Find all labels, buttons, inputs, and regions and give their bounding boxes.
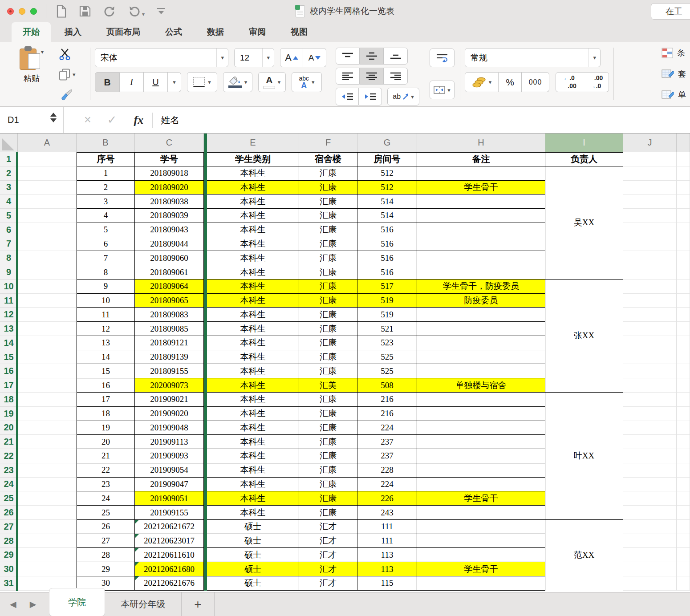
- cell-F21[interactable]: 汇康: [299, 435, 357, 449]
- prev-sheet-icon[interactable]: ◀: [10, 599, 16, 609]
- cell-F6[interactable]: 汇康: [299, 223, 357, 237]
- cell-F14[interactable]: 汇康: [299, 336, 357, 350]
- cell-K26[interactable]: [677, 506, 690, 520]
- cell-F23[interactable]: 汇康: [299, 463, 357, 478]
- cell-G27[interactable]: 111: [357, 520, 417, 534]
- ribbon-tab-页面布局[interactable]: 页面布局: [95, 22, 151, 42]
- increase-indent-button[interactable]: [359, 88, 382, 105]
- cell-K1[interactable]: [677, 152, 690, 166]
- wrap-text-button[interactable]: [430, 49, 455, 67]
- cell-B14[interactable]: 13: [77, 336, 135, 350]
- row-header-14[interactable]: 14: [0, 336, 18, 350]
- cell-F25[interactable]: 汇康: [299, 491, 357, 506]
- cell-E10[interactable]: 本科生: [207, 280, 299, 294]
- cell-C27[interactable]: 202120621672: [135, 520, 204, 534]
- cell-A27[interactable]: [18, 520, 77, 534]
- cell-C6[interactable]: 201809043: [135, 223, 204, 237]
- cell-G6[interactable]: 516: [357, 223, 417, 237]
- header-cell-G1[interactable]: 房间号: [357, 152, 417, 166]
- toolbar-more-button[interactable]: [157, 8, 165, 14]
- cell-F5[interactable]: 汇康: [299, 209, 357, 223]
- cell-K4[interactable]: [677, 195, 690, 209]
- cut-button[interactable]: [59, 48, 71, 60]
- cell-J8[interactable]: [623, 251, 677, 265]
- cell-G12[interactable]: 519: [357, 308, 417, 322]
- cell-A5[interactable]: [18, 209, 77, 223]
- row-header-26[interactable]: 26: [0, 506, 18, 520]
- align-top-button[interactable]: [336, 48, 360, 65]
- cell-F9[interactable]: 汇康: [299, 265, 357, 280]
- column-header-H[interactable]: H: [417, 134, 545, 152]
- cell-F10[interactable]: 汇康: [299, 280, 357, 294]
- cell-H18[interactable]: [417, 393, 545, 407]
- cell-J27[interactable]: [623, 520, 677, 534]
- cell-A14[interactable]: [18, 336, 77, 350]
- cell-J31[interactable]: [623, 576, 677, 591]
- row-header-30[interactable]: 30: [0, 562, 18, 576]
- cell-K28[interactable]: [677, 534, 690, 548]
- cell-H3[interactable]: 学生骨干: [417, 181, 545, 195]
- cell-A23[interactable]: [18, 463, 77, 478]
- cell-A7[interactable]: [18, 237, 77, 251]
- name-box-spinner[interactable]: [50, 113, 57, 122]
- cell-C3[interactable]: 201809020: [135, 181, 204, 195]
- cell-H23[interactable]: [417, 463, 545, 478]
- row-header-10[interactable]: 10: [0, 280, 18, 294]
- cell-K19[interactable]: [677, 407, 690, 421]
- cell-B7[interactable]: 6: [77, 237, 135, 251]
- cell-K27[interactable]: [677, 520, 690, 534]
- cell-E9[interactable]: 本科生: [207, 265, 299, 280]
- cell-B22[interactable]: 21: [77, 449, 135, 463]
- fill-color-button[interactable]: ▾: [223, 72, 252, 92]
- row-header-7[interactable]: 7: [0, 237, 18, 251]
- increase-decimal-button[interactable]: .00 →.0: [582, 72, 609, 92]
- cell-H21[interactable]: [417, 435, 545, 449]
- cell-C22[interactable]: 201909093: [135, 449, 204, 463]
- cell-A22[interactable]: [18, 449, 77, 463]
- cell-J5[interactable]: [623, 209, 677, 223]
- row-header-21[interactable]: 21: [0, 435, 18, 449]
- row-header-8[interactable]: 8: [0, 251, 18, 265]
- bold-button[interactable]: B: [95, 72, 120, 92]
- cell-F19[interactable]: 汇康: [299, 407, 357, 421]
- cell-C24[interactable]: 201909047: [135, 478, 204, 492]
- cell-G8[interactable]: 516: [357, 251, 417, 265]
- cell-H28[interactable]: [417, 534, 545, 548]
- cell-K16[interactable]: [677, 364, 690, 378]
- cell-G16[interactable]: 525: [357, 364, 417, 378]
- cell-B6[interactable]: 5: [77, 223, 135, 237]
- column-header-I[interactable]: I: [545, 134, 623, 152]
- cell-K31[interactable]: [677, 576, 690, 591]
- row-header-18[interactable]: 18: [0, 393, 18, 407]
- cell-F8[interactable]: 汇康: [299, 251, 357, 265]
- cell-K23[interactable]: [677, 463, 690, 478]
- ribbon-tab-公式[interactable]: 公式: [154, 22, 193, 42]
- cell-G15[interactable]: 525: [357, 350, 417, 365]
- cell-K13[interactable]: [677, 322, 690, 336]
- sheet-tab-inactive[interactable]: 本研分年级: [105, 592, 182, 616]
- cell-I27-merged[interactable]: 范XX: [545, 520, 623, 591]
- cell-G9[interactable]: 516: [357, 265, 417, 280]
- cell-G17[interactable]: 508: [357, 378, 417, 393]
- column-header-E[interactable]: E: [207, 134, 299, 152]
- cell-C29[interactable]: 202120611610: [135, 548, 204, 562]
- cell-A13[interactable]: [18, 322, 77, 336]
- cell-J10[interactable]: [623, 280, 677, 294]
- cell-A6[interactable]: [18, 223, 77, 237]
- cell-K9[interactable]: [677, 265, 690, 280]
- column-header-C[interactable]: C: [135, 134, 204, 152]
- cell-H29[interactable]: [417, 548, 545, 562]
- align-left-button[interactable]: [336, 68, 360, 85]
- cell-J12[interactable]: [623, 308, 677, 322]
- undo-button[interactable]: ▾: [128, 5, 145, 17]
- cell-C10[interactable]: 201809064: [135, 280, 204, 294]
- number-format-select[interactable]: 常规 ▾: [465, 48, 601, 67]
- cell-B8[interactable]: 7: [77, 251, 135, 265]
- cell-G2[interactable]: 512: [357, 166, 417, 181]
- cell-C19[interactable]: 201909020: [135, 407, 204, 421]
- cell-J13[interactable]: [623, 322, 677, 336]
- italic-button[interactable]: I: [120, 72, 144, 92]
- cell-C13[interactable]: 201809085: [135, 322, 204, 336]
- cell-B11[interactable]: 10: [77, 294, 135, 308]
- cell-H17[interactable]: 单独楼与宿舍: [417, 378, 545, 393]
